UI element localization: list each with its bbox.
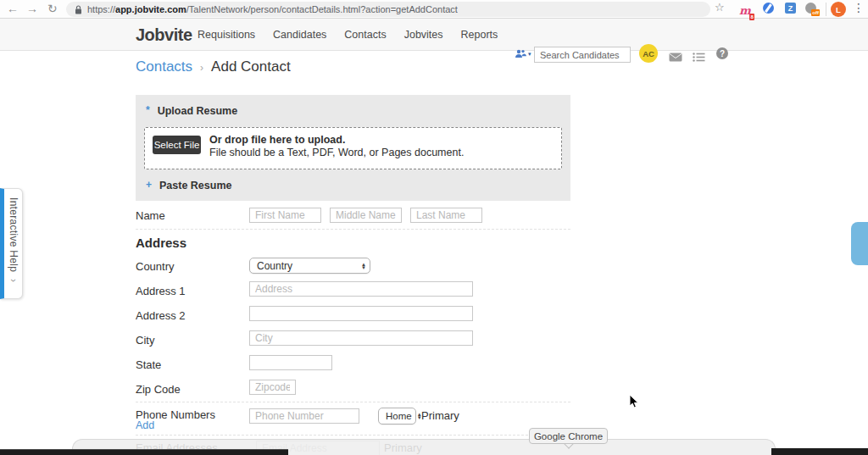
select-arrows-icon: ▲▼ (361, 263, 366, 269)
chrome-menu-icon[interactable]: ⋮ (853, 1, 865, 14)
background-window-edge-right (771, 448, 868, 455)
nav-item-candidates[interactable]: Candidates (273, 29, 326, 41)
section-divider (136, 402, 570, 402)
chevron-icon: › (8, 279, 19, 282)
upload-resume-label: Upload Resume (158, 105, 237, 117)
country-select[interactable]: Country ▲▼ (249, 258, 370, 274)
breadcrumb-contacts-link[interactable]: Contacts (136, 58, 192, 75)
interactive-help-tab[interactable]: Interactive Help › (0, 188, 23, 299)
phone-type-select[interactable]: Home ▲▼ (378, 408, 416, 424)
name-label: Name (136, 209, 165, 222)
address1-input[interactable] (249, 281, 473, 297)
add-phone-link[interactable]: Add (136, 419, 154, 431)
nav-item-contacts[interactable]: Contacts (344, 29, 386, 41)
nav-item-jobvites[interactable]: Jobvites (404, 29, 443, 41)
drop-filetypes: File should be a Text, PDF, Word, or Pag… (209, 147, 464, 159)
select-file-button[interactable]: Select File (153, 136, 201, 154)
mouse-cursor (629, 394, 639, 413)
zip-label: Zip Code (136, 383, 181, 396)
feedback-side-tab[interactable] (851, 222, 868, 265)
messages-icon[interactable] (669, 50, 682, 65)
back-icon[interactable]: ← (7, 2, 19, 15)
country-select-value: Country (257, 260, 356, 272)
first-name-input[interactable] (249, 208, 321, 223)
city-input[interactable] (249, 330, 473, 346)
address2-input[interactable] (249, 306, 473, 321)
nav-item-requisitions[interactable]: Requisitions (198, 29, 255, 41)
phone-type-value: Home (386, 411, 412, 421)
search-scope-icon[interactable]: ▾ (515, 49, 531, 58)
section-divider (136, 435, 570, 436)
dock-tooltip: Google Chrome (529, 428, 608, 444)
required-asterisk: * (146, 104, 150, 116)
app-navbar: Jobvite Requisitions Candidates Contacts… (0, 19, 868, 51)
url-text: https://app.jobvite.com/TalentNetwork/pe… (87, 4, 458, 14)
extension-mail-icon[interactable]: m 8 (739, 3, 751, 18)
profile-avatar[interactable]: L (831, 2, 846, 17)
section-divider (136, 229, 570, 230)
nav-links: Requisitions Candidates Contacts Jobvite… (198, 19, 498, 51)
paste-resume-header[interactable]: +Paste Resume (146, 180, 231, 191)
forward-icon[interactable]: → (26, 2, 38, 15)
screen: ← → ↻ https://app.jobvite.com/TalentNetw… (0, 0, 868, 455)
last-name-input[interactable] (410, 208, 482, 223)
extension-z-icon[interactable]: Z (785, 3, 796, 14)
drop-instruction: Or drop file here to upload. (209, 134, 464, 147)
dropzone-text: Or drop file here to upload. File should… (209, 134, 464, 159)
address-heading: Address (136, 236, 186, 250)
extension-off-icon[interactable]: off (805, 3, 816, 14)
breadcrumb: Contacts › Add Contact (136, 58, 291, 75)
address1-label: Address 1 (136, 285, 186, 297)
circle-slash (765, 3, 771, 12)
toolbar-divider (826, 3, 826, 16)
page-title: Add Contact (211, 58, 291, 75)
browser-toolbar: ← → ↻ https://app.jobvite.com/TalentNetw… (0, 0, 868, 19)
phone-number-input[interactable] (249, 408, 359, 424)
phone-primary-label: Primary (421, 409, 459, 422)
paste-resume-label: Paste Resume (159, 180, 231, 191)
help-icon[interactable]: ? (716, 47, 728, 59)
state-input[interactable] (249, 355, 332, 370)
user-avatar[interactable]: AC (639, 44, 658, 63)
bookmark-star-icon[interactable]: ☆ (715, 1, 725, 14)
country-label: Country (136, 260, 175, 273)
zip-input[interactable] (249, 380, 296, 395)
address2-label: Address 2 (136, 309, 186, 322)
interactive-help-label: Interactive Help (8, 197, 19, 272)
address-bar[interactable]: https://app.jobvite.com/TalentNetwork/pe… (66, 2, 710, 17)
reload-icon[interactable]: ↻ (47, 2, 58, 15)
jobvite-logo[interactable]: Jobvite (136, 25, 192, 45)
city-label: City (136, 334, 154, 347)
file-dropzone[interactable]: Select File Or drop file here to upload.… (144, 127, 562, 169)
resume-panel: *Upload Resume Select File Or drop file … (136, 95, 570, 201)
expand-plus-icon: + (146, 179, 152, 191)
list-icon[interactable] (693, 50, 705, 65)
caret-down-icon: ▾ (528, 51, 531, 58)
upload-resume-header[interactable]: *Upload Resume (146, 105, 237, 117)
nav-item-reports[interactable]: Reports (461, 29, 498, 41)
background-window-edge-left (0, 449, 288, 455)
state-label: State (136, 358, 161, 371)
extension-circle-icon[interactable] (763, 3, 774, 14)
mail-badge: 8 (749, 14, 754, 20)
lock-icon (75, 5, 82, 14)
middle-name-input[interactable] (330, 208, 402, 223)
search-input[interactable] (534, 47, 631, 63)
breadcrumb-separator: › (200, 62, 203, 74)
off-badge: off (811, 9, 820, 16)
